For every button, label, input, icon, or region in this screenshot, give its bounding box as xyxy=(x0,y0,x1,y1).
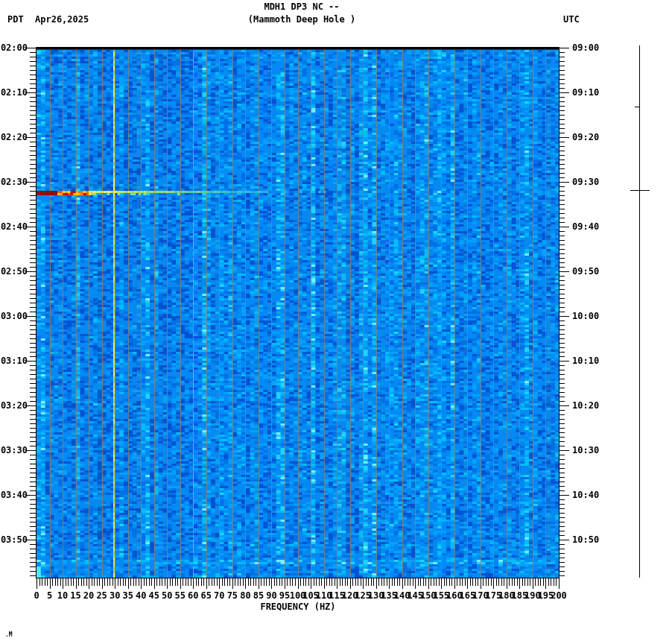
frequency-tick-label: 45 xyxy=(148,591,159,600)
frequency-tick-label: 25 xyxy=(96,591,107,600)
right-time-label: 09:00 xyxy=(572,43,603,52)
right-time-label: 10:00 xyxy=(572,312,603,321)
frequency-tick-label: 75 xyxy=(227,591,238,600)
left-time-label: 02:30 xyxy=(0,177,28,186)
spectrogram-plot-canvas[interactable] xyxy=(0,0,672,644)
frequency-tick-label: 10 xyxy=(57,591,68,600)
left-time-label: 03:50 xyxy=(0,535,28,544)
frequency-tick-label: 30 xyxy=(110,591,120,600)
x-axis-title: FREQUENCY (HZ) xyxy=(260,602,335,612)
right-time-label: 10:10 xyxy=(572,356,603,365)
right-time-label: 10:50 xyxy=(572,535,603,544)
frequency-tick-label: 20 xyxy=(83,591,94,600)
frequency-tick-label: 60 xyxy=(188,591,198,600)
frequency-tick-label: 85 xyxy=(253,591,264,600)
left-time-label: 03:40 xyxy=(0,490,28,499)
left-time-label: 02:50 xyxy=(0,267,28,276)
frequency-tick-label: 90 xyxy=(266,591,276,600)
timezone-right-label: UTC xyxy=(563,15,580,25)
spectrogram-page: PDT Apr26,2025 MDH1 DP3 NC -- (Mammoth D… xyxy=(0,0,672,644)
right-time-label: 09:20 xyxy=(572,133,603,142)
frequency-tick-label: 35 xyxy=(122,591,133,600)
frequency-tick-label: 65 xyxy=(201,591,212,600)
page-subtitle: (Mammoth Deep Hole ) xyxy=(248,15,356,25)
left-time-label: 03:30 xyxy=(0,446,28,455)
frequency-tick-label: 15 xyxy=(70,591,80,600)
right-time-label: 09:10 xyxy=(572,88,603,97)
right-time-label: 10:20 xyxy=(572,401,603,410)
timezone-left-label: PDT xyxy=(7,15,24,25)
left-time-label: 02:40 xyxy=(0,222,28,231)
footer-note: .M xyxy=(5,631,13,638)
frequency-tick-label: 70 xyxy=(214,591,224,600)
right-time-label: 10:40 xyxy=(572,490,603,499)
frequency-tick-label: 5 xyxy=(47,591,52,600)
frequency-tick-label: 40 xyxy=(136,591,146,600)
frequency-tick-label: 95 xyxy=(279,591,290,600)
frequency-tick-label: 0 xyxy=(34,591,39,600)
left-time-label: 03:20 xyxy=(0,401,28,410)
page-title: MDH1 DP3 NC -- xyxy=(264,2,339,12)
left-time-label: 02:10 xyxy=(0,88,28,97)
frequency-tick-label: 80 xyxy=(240,591,250,600)
date-label: Apr26,2025 xyxy=(35,15,89,25)
right-time-label: 10:30 xyxy=(572,446,603,455)
right-time-label: 09:50 xyxy=(572,267,603,276)
left-time-label: 03:10 xyxy=(0,356,28,365)
frequency-tick-label: 200 xyxy=(551,591,567,600)
left-time-label: 03:00 xyxy=(0,312,28,321)
right-time-label: 09:30 xyxy=(572,177,603,186)
left-time-label: 02:00 xyxy=(0,43,28,52)
frequency-tick-label: 50 xyxy=(162,591,172,600)
left-time-label: 02:20 xyxy=(0,133,28,142)
right-time-label: 09:40 xyxy=(572,222,603,231)
frequency-tick-label: 55 xyxy=(175,591,186,600)
